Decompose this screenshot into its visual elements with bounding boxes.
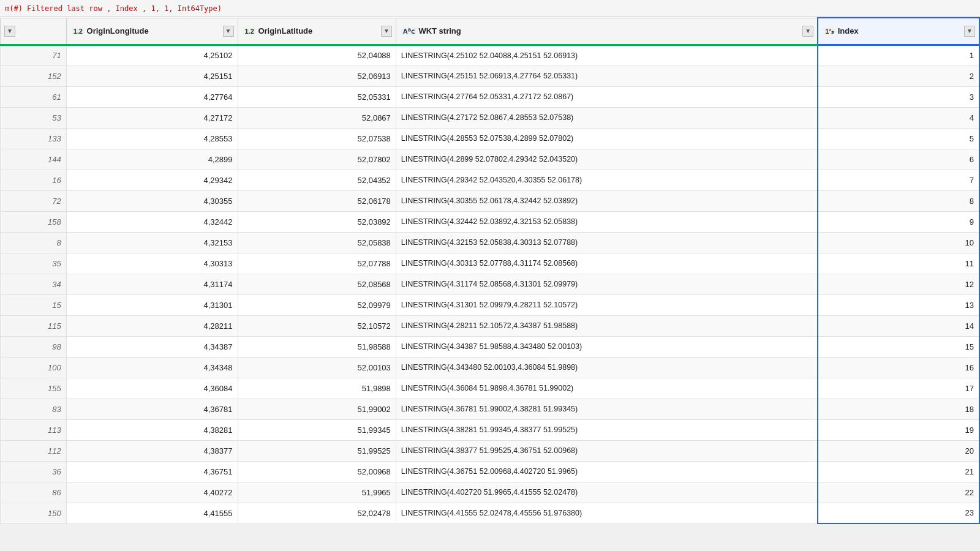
index-cell: 7 (818, 170, 979, 190)
table-row: 152 4,25151 52,06913 LINESTRING(4.25151 … (1, 66, 980, 86)
index-cell: 6 (818, 149, 979, 170)
longitude-cell: 4,31174 (66, 274, 238, 294)
table-row: 112 4,38377 51,99525 LINESTRING(4.38377 … (1, 440, 980, 461)
latitude-dropdown[interactable]: ▼ (381, 26, 392, 37)
latitude-cell: 51,99002 (238, 399, 396, 419)
table-row: 86 4,40272 51,9965 LINESTRING(4.402720 5… (1, 482, 980, 503)
row-number: 16 (1, 170, 67, 190)
index-cell: 21 (818, 461, 979, 482)
row-number: 133 (1, 128, 67, 149)
table-row: 100 4,34348 52,00103 LINESTRING(4.343480… (1, 357, 980, 378)
latitude-cell: 52,04352 (238, 170, 396, 190)
latitude-cell: 52,00968 (238, 461, 396, 482)
row-number: 72 (1, 190, 67, 211)
table-row: 155 4,36084 51,9898 LINESTRING(4.36084 5… (1, 378, 980, 399)
table-row: 144 4,2899 52,07802 LINESTRING(4.2899 52… (1, 149, 980, 170)
filter-code: m(#) Filtered last row , Index , 1, 1, I… (5, 4, 222, 13)
longitude-dropdown[interactable]: ▼ (223, 26, 234, 37)
index-cell: 17 (818, 378, 979, 399)
wkt-header: Aᴮᴄ WKT string ▼ (396, 18, 818, 45)
longitude-cell: 4,30355 (66, 190, 238, 211)
wkt-cell: LINESTRING(4.32153 52.05838,4.30313 52.0… (396, 232, 818, 253)
latitude-cell: 51,9898 (238, 378, 396, 399)
row-number: 112 (1, 440, 67, 461)
table-row: 61 4,27764 52,05331 LINESTRING(4.27764 5… (1, 86, 980, 107)
longitude-cell: 4,30313 (66, 253, 238, 274)
longitude-cell: 4,41555 (66, 503, 238, 523)
row-number: 71 (1, 45, 67, 66)
latitude-cell: 52,03892 (238, 211, 396, 232)
table-row: 113 4,38281 51,99345 LINESTRING(4.38281 … (1, 419, 980, 440)
index-dropdown[interactable]: ▼ (964, 26, 975, 37)
wkt-cell: LINESTRING(4.34387 51.98588,4.343480 52.… (396, 336, 818, 357)
row-number: 8 (1, 232, 67, 253)
table-row: 36 4,36751 52,00968 LINESTRING(4.36751 5… (1, 461, 980, 482)
wkt-cell: LINESTRING(4.31174 52.08568,4.31301 52.0… (396, 274, 818, 294)
latitude-type-badge: 1.2 (243, 28, 256, 35)
index-cell: 23 (818, 503, 979, 523)
longitude-cell: 4,25102 (66, 45, 238, 66)
row-number: 36 (1, 461, 67, 482)
index-cell: 14 (818, 315, 979, 336)
wkt-cell: LINESTRING(4.25151 52.06913,4.27764 52.0… (396, 66, 818, 86)
wkt-type-badge: Aᴮᴄ (401, 28, 417, 35)
longitude-cell: 4,38377 (66, 440, 238, 461)
table-header-row: ▼ 1.2 OriginLongitude ▼ 1.2 OriginLatitu… (1, 18, 980, 45)
latitude-cell: 51,99525 (238, 440, 396, 461)
row-number: 158 (1, 211, 67, 232)
index-cell: 8 (818, 190, 979, 211)
latitude-cell: 52,00103 (238, 357, 396, 378)
table-row: 133 4,28553 52,07538 LINESTRING(4.28553 … (1, 128, 980, 149)
index-cell: 3 (818, 86, 979, 107)
table-row: 53 4,27172 52,0867 LINESTRING(4.27172 52… (1, 107, 980, 128)
wkt-cell: LINESTRING(4.27172 52.0867,4.28553 52.07… (396, 107, 818, 128)
longitude-cell: 4,27172 (66, 107, 238, 128)
wkt-cell: LINESTRING(4.38377 51.99525,4.36751 52.0… (396, 440, 818, 461)
wkt-cell: LINESTRING(4.28211 52.10572,4.34387 51.9… (396, 315, 818, 336)
row-number: 115 (1, 315, 67, 336)
index-cell: 13 (818, 294, 979, 315)
wkt-dropdown[interactable]: ▼ (802, 26, 813, 37)
row-number: 98 (1, 336, 67, 357)
latitude-cell: 52,04088 (238, 45, 396, 66)
latitude-header-label: OriginLatitude (258, 26, 312, 36)
row-number: 34 (1, 274, 67, 294)
wkt-cell: LINESTRING(4.32442 52.03892,4.32153 52.0… (396, 211, 818, 232)
table-row: 158 4,32442 52,03892 LINESTRING(4.32442 … (1, 211, 980, 232)
longitude-cell: 4,29342 (66, 170, 238, 190)
latitude-cell: 52,10572 (238, 315, 396, 336)
wkt-cell: LINESTRING(4.31301 52.09979,4.28211 52.1… (396, 294, 818, 315)
row-num-dropdown[interactable]: ▼ (4, 26, 15, 37)
longitude-cell: 4,31301 (66, 294, 238, 315)
index-header: 1²₃ Index ▼ (818, 18, 979, 45)
row-number: 155 (1, 378, 67, 399)
wkt-cell: LINESTRING(4.38281 51.99345,4.38377 51.9… (396, 419, 818, 440)
table-row: 72 4,30355 52,06178 LINESTRING(4.30355 5… (1, 190, 980, 211)
wkt-cell: LINESTRING(4.30313 52.07788,4.31174 52.0… (396, 253, 818, 274)
wkt-cell: LINESTRING(4.25102 52.04088,4.25151 52.0… (396, 45, 818, 66)
table-row: 150 4,41555 52,02478 LINESTRING(4.41555 … (1, 503, 980, 523)
longitude-cell: 4,36751 (66, 461, 238, 482)
data-table: ▼ 1.2 OriginLongitude ▼ 1.2 OriginLatitu… (0, 17, 980, 524)
index-cell: 9 (818, 211, 979, 232)
latitude-cell: 52,0867 (238, 107, 396, 128)
longitude-cell: 4,28553 (66, 128, 238, 149)
longitude-header-label: OriginLongitude (87, 26, 149, 36)
index-cell: 15 (818, 336, 979, 357)
table-row: 35 4,30313 52,07788 LINESTRING(4.30313 5… (1, 253, 980, 274)
wkt-cell: LINESTRING(4.36084 51.9898,4.36781 51.99… (396, 378, 818, 399)
table-row: 115 4,28211 52,10572 LINESTRING(4.28211 … (1, 315, 980, 336)
longitude-type-badge: 1.2 (72, 28, 85, 35)
index-cell: 20 (818, 440, 979, 461)
wkt-header-label: WKT string (418, 26, 461, 36)
table-row: 8 4,32153 52,05838 LINESTRING(4.32153 52… (1, 232, 980, 253)
row-number: 152 (1, 66, 67, 86)
top-bar: m(#) Filtered last row , Index , 1, 1, I… (0, 0, 980, 17)
row-number: 150 (1, 503, 67, 523)
table-row: 98 4,34387 51,98588 LINESTRING(4.34387 5… (1, 336, 980, 357)
index-cell: 4 (818, 107, 979, 128)
table-row: 34 4,31174 52,08568 LINESTRING(4.31174 5… (1, 274, 980, 294)
latitude-cell: 52,07788 (238, 253, 396, 274)
latitude-cell: 52,08568 (238, 274, 396, 294)
row-number: 144 (1, 149, 67, 170)
